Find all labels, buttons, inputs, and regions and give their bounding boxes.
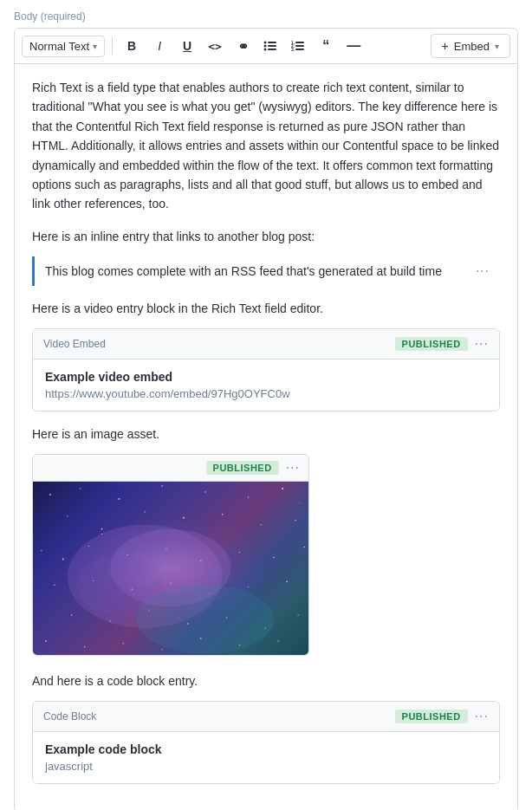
svg-point-50 [45,640,47,642]
svg-point-21 [101,528,103,530]
image-asset-status-badge: PUBLISHED [206,461,279,475]
svg-point-38 [131,588,133,590]
image-asset-header: PUBLISHED ··· [33,455,308,482]
video-embed-status-badge: PUBLISHED [395,337,468,351]
inline-entry-menu-icon[interactable]: ··· [476,263,490,279]
format-select[interactable]: Normal Text ▾ [22,36,105,57]
ordered-list-button[interactable]: 1. 2. 3. [286,34,310,58]
svg-point-26 [295,520,295,521]
svg-point-18 [282,488,283,489]
svg-point-56 [277,640,279,642]
code-button[interactable]: <> [203,34,227,58]
svg-rect-7 [295,42,304,43]
inline-entry-block[interactable]: This blog comes complete with an RSS fee… [32,256,500,286]
image-asset-menu-icon[interactable]: ··· [286,460,300,476]
svg-point-19 [300,502,301,503]
image-asset-preview [33,482,308,655]
svg-point-35 [303,547,304,548]
code-block-status-badge: PUBLISHED [395,710,468,723]
rich-text-editor: Normal Text ▾ B I U <> ⚭ [14,28,518,810]
svg-point-53 [161,649,162,650]
svg-point-37 [93,580,94,580]
embed-button[interactable]: + Embed ▾ [431,34,510,58]
italic-button[interactable]: I [147,34,172,58]
inline-entry-text: This blog comes complete with an RSS fee… [45,264,469,278]
code-block-type-label: Code Block [43,710,96,723]
svg-point-32 [200,560,202,561]
svg-point-46 [187,623,189,625]
video-embed-block: Video Embed PUBLISHED ··· Example video … [32,328,500,411]
hr-button[interactable]: — [341,34,366,58]
svg-point-41 [248,586,249,586]
svg-point-20 [67,515,68,516]
field-label: Body (required) [14,10,518,23]
svg-point-48 [265,627,267,629]
svg-point-0 [264,42,267,44]
svg-point-31 [165,548,166,549]
toolbar: Normal Text ▾ B I U <> ⚭ [15,29,517,64]
svg-rect-11 [295,49,304,50]
embed-chevron-icon: ▾ [495,42,499,51]
code-block-body: Example code block javascript [33,732,499,783]
code-block-menu-icon[interactable]: ··· [475,709,489,724]
editor-outer-wrapper: Body (required) Normal Text ▾ B I U <> ⚭ [0,0,532,810]
svg-point-39 [170,582,171,583]
editor-content[interactable]: Rich Text is a field type that enables a… [15,64,517,810]
video-embed-url: https://www.youtube.com/embed/97Hg0OYFC0… [45,387,487,400]
bullet-list-button[interactable] [258,34,282,58]
video-embed-menu-icon[interactable]: ··· [475,336,489,352]
svg-point-55 [239,645,240,645]
svg-rect-3 [268,45,276,47]
code-block-header-right: PUBLISHED ··· [395,709,489,724]
svg-point-51 [84,646,85,647]
svg-point-49 [297,614,298,615]
svg-point-4 [264,49,267,51]
svg-rect-1 [268,42,276,43]
svg-point-47 [226,617,227,618]
svg-point-15 [161,485,162,486]
format-select-label: Normal Text [29,40,89,53]
code-section-text: And here is a code block entry. [32,672,500,690]
svg-point-30 [127,554,129,555]
svg-point-40 [209,593,211,594]
svg-point-60 [136,585,274,654]
svg-point-17 [248,496,249,497]
link-button[interactable]: ⚭ [230,34,255,58]
nebula-svg [33,482,308,654]
svg-point-22 [145,511,146,512]
code-block-title: Example code block [45,742,487,756]
svg-point-25 [261,524,263,526]
quote-button[interactable]: “ [314,34,338,58]
video-embed-type-label: Video Embed [43,338,106,350]
svg-point-24 [222,514,223,515]
svg-point-2 [264,45,267,48]
bold-button[interactable]: B [120,34,144,58]
svg-point-36 [54,584,55,586]
format-select-chevron-icon: ▾ [93,42,97,51]
svg-point-58 [110,528,230,606]
svg-point-43 [71,614,72,615]
main-paragraph: Rich Text is a field type that enables a… [32,78,500,214]
svg-point-45 [149,610,150,611]
embed-label: Embed [454,40,490,53]
svg-point-54 [200,638,202,639]
video-embed-title: Example video embed [45,370,487,384]
svg-rect-5 [268,49,276,50]
video-embed-header: Video Embed PUBLISHED ··· [33,329,499,360]
svg-point-52 [123,643,125,645]
svg-point-57 [68,524,223,627]
svg-point-44 [110,620,112,622]
svg-point-42 [286,580,288,582]
toolbar-divider-1 [112,37,113,55]
svg-point-29 [88,546,89,547]
code-block-header: Code Block PUBLISHED ··· [33,702,499,732]
svg-point-27 [41,550,42,551]
svg-point-14 [118,498,120,500]
svg-point-12 [49,494,51,496]
svg-point-34 [273,556,275,558]
code-block: Code Block PUBLISHED ··· Example code bl… [32,701,500,784]
svg-point-16 [204,491,206,493]
underline-button[interactable]: U [175,34,199,58]
video-embed-header-right: PUBLISHED ··· [395,336,489,352]
video-embed-body: Example video embed https://www.youtube.… [33,360,499,411]
